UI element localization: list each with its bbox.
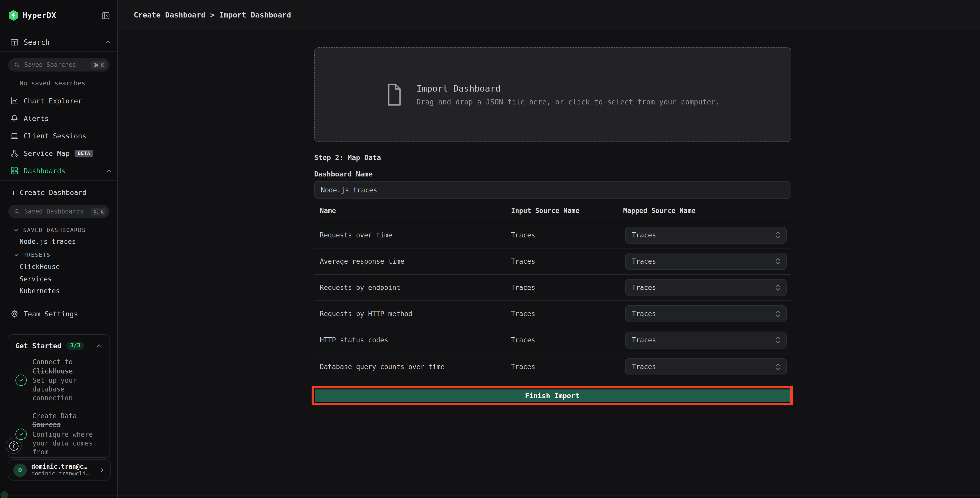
select-chevrons-icon bbox=[775, 257, 781, 265]
get-started-item-text: Create Data Sources Configure where your… bbox=[32, 412, 96, 457]
create-dashboard-button[interactable]: + Create Dashboard bbox=[11, 186, 112, 199]
breadcrumb-create-dashboard[interactable]: Create Dashboard bbox=[134, 11, 205, 19]
sidebar-item-label: Search bbox=[24, 38, 49, 46]
get-started-item-title: Create Data Sources bbox=[32, 412, 76, 429]
get-started-panel: Get Started 3/3 Connect to ClickHouse Se… bbox=[8, 334, 110, 458]
select-chevrons-icon bbox=[775, 231, 781, 239]
sidebar-item-nodejs-traces[interactable]: Node.js traces bbox=[19, 238, 76, 246]
mapped-source-select[interactable]: Traces bbox=[625, 253, 787, 270]
chevron-up-icon bbox=[96, 343, 102, 349]
sidebar-item-client-sessions[interactable]: Client Sessions bbox=[10, 130, 112, 142]
main-content: Import Dashboard Drag and drop a JSON fi… bbox=[118, 30, 980, 498]
table-row: Requests by endpoint Traces Traces bbox=[314, 275, 791, 301]
get-started-item-text: Connect to ClickHouse Set up your databa… bbox=[32, 358, 96, 403]
sidebar-item-clickhouse[interactable]: ClickHouse bbox=[19, 263, 60, 271]
group-saved-dashboards[interactable]: SAVED DASHBOARDS bbox=[13, 227, 86, 233]
get-started-item-title: Connect to ClickHouse bbox=[32, 358, 73, 375]
no-saved-searches-note: No saved searches bbox=[19, 79, 85, 87]
chevron-up-icon bbox=[105, 39, 111, 45]
select-chevrons-icon bbox=[775, 310, 781, 318]
get-started-item-desc: Configure where your data comes from bbox=[32, 431, 96, 456]
row-name: Requests over time bbox=[320, 231, 392, 239]
row-name: Requests by HTTP method bbox=[320, 310, 412, 318]
row-input-source: Traces bbox=[511, 363, 535, 370]
sidebar-item-label: Team Settings bbox=[24, 310, 78, 318]
service-map-icon bbox=[10, 149, 19, 157]
mapped-source-select[interactable]: Traces bbox=[625, 358, 787, 375]
dropzone-subtitle: Drag and drop a JSON file here, or click… bbox=[417, 98, 720, 106]
table-row: HTTP status codes Traces Traces bbox=[314, 327, 791, 353]
group-presets[interactable]: PRESETS bbox=[13, 252, 51, 258]
row-name: Requests by endpoint bbox=[320, 284, 400, 291]
mapped-source-select[interactable]: Traces bbox=[625, 279, 787, 296]
gear-icon bbox=[10, 310, 19, 318]
sidebar-item-alerts[interactable]: Alerts bbox=[10, 112, 112, 124]
shortcut-badge: ⌘ K bbox=[91, 208, 107, 215]
get-started-title: Get Started bbox=[16, 342, 62, 350]
dashboards-grid-icon bbox=[10, 167, 19, 175]
import-dropzone[interactable]: Import Dashboard Drag and drop a JSON fi… bbox=[314, 47, 791, 142]
row-name: Database query counts over time bbox=[320, 363, 444, 370]
app-root: HyperDX Search bbox=[0, 0, 980, 498]
row-mapped-source-value: Traces bbox=[632, 257, 775, 265]
sidebar-item-dashboards[interactable]: Dashboards bbox=[10, 164, 112, 177]
chevron-down-icon bbox=[13, 252, 19, 258]
sidebar-collapse-button[interactable] bbox=[100, 10, 111, 21]
sidebar-item-chart-explorer[interactable]: Chart Explorer bbox=[10, 95, 112, 107]
breadcrumb-import-dashboard: Import Dashboard bbox=[219, 11, 291, 19]
group-label: PRESETS bbox=[23, 252, 51, 258]
table-row: Requests by HTTP method Traces Traces bbox=[314, 301, 791, 327]
user-texts: dominic.tran@c… dominic.tran@cli… bbox=[31, 463, 94, 477]
mapped-source-select[interactable]: Traces bbox=[625, 305, 787, 322]
table-row: Database query counts over time Traces T… bbox=[314, 353, 791, 380]
row-input-source: Traces bbox=[511, 336, 535, 344]
sidebar-item-search[interactable]: Search bbox=[10, 37, 111, 48]
divider bbox=[0, 180, 117, 180]
mapped-source-select[interactable]: Traces bbox=[625, 227, 787, 244]
avatar: D bbox=[13, 463, 27, 477]
sidebar-item-team-settings[interactable]: Team Settings bbox=[10, 308, 112, 320]
table-row: Requests over time Traces Traces bbox=[314, 222, 791, 249]
beta-badge: BETA bbox=[75, 150, 93, 157]
mapped-source-select[interactable]: Traces bbox=[625, 332, 787, 348]
get-started-item: Connect to ClickHouse Set up your databa… bbox=[16, 358, 102, 403]
sidebar-item-label: Chart Explorer bbox=[24, 97, 82, 105]
breadcrumb-separator: > bbox=[210, 11, 215, 19]
mapping-table-rows: Requests over time Traces Traces Average… bbox=[314, 222, 791, 380]
chevron-up-icon bbox=[106, 168, 112, 174]
check-circle-icon bbox=[16, 375, 27, 386]
row-mapped-source-value: Traces bbox=[632, 336, 775, 344]
help-button[interactable]: ? bbox=[6, 438, 22, 454]
sidebar-item-services[interactable]: Services bbox=[19, 275, 52, 283]
get-started-header[interactable]: Get Started 3/3 bbox=[16, 342, 102, 350]
check-circle-icon bbox=[16, 428, 27, 440]
file-icon bbox=[386, 83, 403, 106]
saved-searches-input[interactable] bbox=[24, 61, 91, 69]
question-icon: ? bbox=[9, 441, 18, 450]
get-started-item-desc: Set up your database connection bbox=[32, 377, 96, 402]
chevron-down-icon bbox=[13, 227, 19, 233]
sidebar-item-label: Dashboards bbox=[24, 167, 65, 175]
column-header-mapped-source: Mapped Source Name bbox=[623, 207, 696, 214]
sidebar-item-label: Client Sessions bbox=[24, 132, 86, 140]
sidebar-item-kubernetes[interactable]: Kubernetes bbox=[19, 287, 60, 295]
user-menu[interactable]: D dominic.tran@c… dominic.tran@cli… bbox=[8, 460, 111, 480]
dashboard-name-input[interactable] bbox=[314, 181, 791, 199]
finish-import-button[interactable]: Finish Import bbox=[315, 389, 789, 402]
row-name: Average response time bbox=[320, 257, 404, 265]
create-dashboard-label: + Create Dashboard bbox=[11, 188, 87, 196]
user-name: dominic.tran@c… bbox=[31, 463, 94, 470]
search-icon bbox=[14, 62, 20, 68]
sidebar-item-label: Alerts bbox=[24, 114, 49, 123]
table-row: Average response time Traces Traces bbox=[314, 249, 791, 275]
search-icon bbox=[14, 208, 20, 214]
shortcut-badge: ⌘ K bbox=[91, 61, 107, 69]
chevron-right-icon bbox=[99, 467, 105, 473]
get-started-item: Create Data Sources Configure where your… bbox=[16, 412, 102, 457]
bottom-panel-edge bbox=[2, 495, 980, 498]
sidebar-item-service-map[interactable]: Service Map BETA bbox=[10, 147, 112, 160]
row-input-source: Traces bbox=[511, 310, 535, 318]
saved-dashboards-input[interactable] bbox=[24, 208, 91, 215]
dashboard-name-label: Dashboard Name bbox=[314, 170, 373, 178]
select-chevrons-icon bbox=[775, 363, 781, 370]
